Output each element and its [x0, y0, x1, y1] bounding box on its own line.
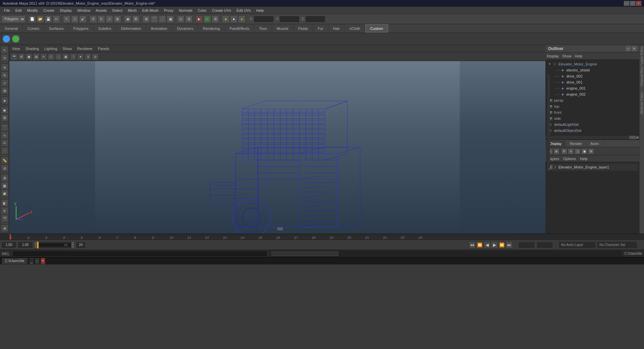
range-end-handle[interactable]	[71, 242, 74, 248]
maximize-button[interactable]: □	[630, 1, 635, 6]
menu-create[interactable]: Create	[41, 8, 57, 13]
range-playhead[interactable]	[37, 242, 39, 248]
param-curve-tool[interactable]: ⊘	[1, 164, 8, 172]
curve-ep-tool[interactable]: ∿	[1, 132, 8, 139]
minimize-button[interactable]: —	[624, 1, 629, 6]
tab-rendering[interactable]: Rendering	[198, 24, 225, 33]
go-to-start-btn[interactable]: ⏮	[469, 242, 476, 248]
vp-menu-show[interactable]: Show	[63, 47, 72, 51]
mel-input[interactable]	[12, 251, 267, 257]
scale-tool-btn[interactable]: ⤢	[106, 15, 113, 23]
tab-surfaces[interactable]: Surfaces	[44, 24, 68, 33]
construction-btn[interactable]: ⚙	[185, 15, 193, 23]
vt-isolate[interactable]: ◎	[92, 53, 99, 60]
tab-muscle[interactable]: Muscle	[272, 24, 293, 33]
play-back-btn[interactable]: ◀	[484, 242, 490, 248]
select-tool-btn[interactable]: ↖	[63, 15, 70, 23]
layer-member-btn[interactable]: ≡	[568, 148, 574, 154]
paint-select-btn[interactable]: 🖌	[79, 15, 87, 23]
tab-polygons[interactable]: Polygons	[68, 24, 93, 33]
play-start-input[interactable]: 24.00	[518, 242, 535, 248]
soft-mod-tool[interactable]: ◉	[1, 106, 8, 114]
tab-custom[interactable]: Custom	[365, 24, 388, 33]
open-button[interactable]: 📂	[37, 15, 44, 23]
sculpt-btn[interactable]: ⦿	[132, 15, 140, 23]
vp-menu-shading[interactable]: Shading	[25, 47, 39, 51]
last-used-tool[interactable]: ⊞	[1, 87, 8, 94]
vp-menu-panels[interactable]: Panels	[98, 47, 109, 51]
menu-edit-uvs[interactable]: Edit UVs	[234, 8, 254, 13]
tab-fur[interactable]: Fur	[313, 24, 328, 33]
menu-modify[interactable]: Modify	[24, 8, 41, 13]
soft-mod-btn[interactable]: ◉	[124, 15, 131, 23]
rotate-tool[interactable]: ↻	[1, 71, 8, 79]
end-frame-input[interactable]	[76, 242, 86, 248]
anim-layer-display[interactable]: No Anim Layer	[559, 242, 596, 248]
render-settings-btn[interactable]: ⚙	[212, 15, 219, 23]
outliner-item-elevator-motor-engine[interactable]: ▼ ⬡ Elevator_Motor_Engine	[545, 61, 639, 67]
taskbar-max-btn[interactable]: □	[35, 258, 39, 264]
tab-deformation[interactable]: Deformation	[116, 24, 146, 33]
taskbar-close-btn[interactable]: ✕	[41, 258, 45, 264]
layer-opts-btn[interactable]: ⚙	[588, 148, 594, 154]
move-tool[interactable]: ✛	[1, 64, 8, 71]
light-orb-2[interactable]: ●	[230, 15, 237, 23]
menu-window[interactable]: Window	[74, 8, 93, 13]
taskbar-min-btn[interactable]: _	[30, 258, 34, 264]
attr-editor-strip-label[interactable]: Attribute Editor	[640, 92, 644, 114]
range-bar[interactable]: 24	[34, 242, 74, 248]
tab-painteffects[interactable]: PaintEffects	[225, 24, 255, 33]
outliner-item-drive-001[interactable]: —○ ◈ drive_001	[545, 79, 639, 85]
range-start-handle[interactable]	[35, 242, 37, 248]
cl-tab-anim[interactable]: Anim	[586, 141, 603, 147]
outliner-item-drive-002[interactable]: —○ ◈ drive_002	[545, 73, 639, 79]
cam-sequencer-btn[interactable]: 🎬	[1, 215, 8, 222]
outliner-help-menu[interactable]: Help	[575, 54, 583, 58]
light-orb-3[interactable]: ●	[238, 15, 246, 23]
play-end-input[interactable]: 48.00	[536, 242, 553, 248]
vt-xray[interactable]: ◌	[55, 53, 62, 60]
menu-help[interactable]: Help	[254, 8, 267, 13]
lasso-tool-btn[interactable]: ⬡	[71, 15, 78, 23]
vt-shadows[interactable]: ☽	[70, 53, 76, 60]
make-live-btn[interactable]: ⊕	[1, 225, 8, 232]
quick-select-btn[interactable]	[2, 35, 11, 43]
close-button[interactable]: ✕	[636, 1, 641, 6]
layer-sub-options[interactable]: Options	[563, 157, 576, 161]
menu-mesh[interactable]: Mesh	[125, 8, 140, 13]
tab-curves[interactable]: Curves	[23, 24, 44, 33]
outliner-item-electric-shield[interactable]: —○ ◈ electric_shield	[545, 67, 639, 73]
tab-toon[interactable]: Toon	[254, 24, 272, 33]
select-tool[interactable]: ↖	[1, 46, 8, 54]
vt-wireframe-toggle[interactable]: ⬡	[48, 53, 54, 60]
menu-proxy[interactable]: Proxy	[161, 8, 176, 13]
sculpt-tool[interactable]: ⦿	[1, 114, 8, 121]
layer-row-elevator[interactable]: V / Elevator_Motor_Engine_layer1	[547, 163, 638, 171]
undo-button[interactable]: ↩	[53, 15, 60, 23]
tab-hair[interactable]: Hair	[328, 24, 345, 33]
snap-view-btn[interactable]: ▣	[167, 15, 174, 23]
start-frame-input[interactable]	[1, 242, 16, 248]
light-orb-1[interactable]: ●	[222, 15, 229, 23]
snap-point-btn[interactable]: ·	[159, 15, 166, 23]
vt-ao[interactable]: ●	[77, 53, 84, 60]
layer-delete-btn[interactable]: ✕	[561, 148, 567, 154]
render-current-btn[interactable]: ▶	[196, 15, 203, 23]
layer-new-ref-btn[interactable]: ⊕	[553, 148, 559, 154]
pencil-curve-tool[interactable]: ✏	[1, 139, 8, 147]
rotate-tool-btn[interactable]: ↻	[98, 15, 105, 23]
ipr-render-btn[interactable]: ▦	[1, 182, 8, 189]
new-button[interactable]: 📄	[29, 15, 36, 23]
outliner-display-menu[interactable]: Display	[547, 54, 559, 58]
menu-color[interactable]: Color	[195, 8, 209, 13]
go-to-end-btn[interactable]: ⏭	[506, 242, 513, 248]
layer-all-btn[interactable]: ◼	[581, 148, 587, 154]
outliner-item-top[interactable]: 📷 top	[545, 103, 639, 109]
menu-edit[interactable]: Edit	[13, 8, 24, 13]
quick-move-btn[interactable]	[11, 35, 20, 43]
menu-display[interactable]: Display	[57, 8, 74, 13]
ipr-btn[interactable]: ▷	[204, 15, 211, 23]
step-forward-btn[interactable]: ⏩	[498, 242, 505, 248]
outliner-item-engine-002[interactable]: —○ ◈ engine_002	[545, 91, 639, 97]
move-tool-btn[interactable]: ✛	[90, 15, 97, 23]
